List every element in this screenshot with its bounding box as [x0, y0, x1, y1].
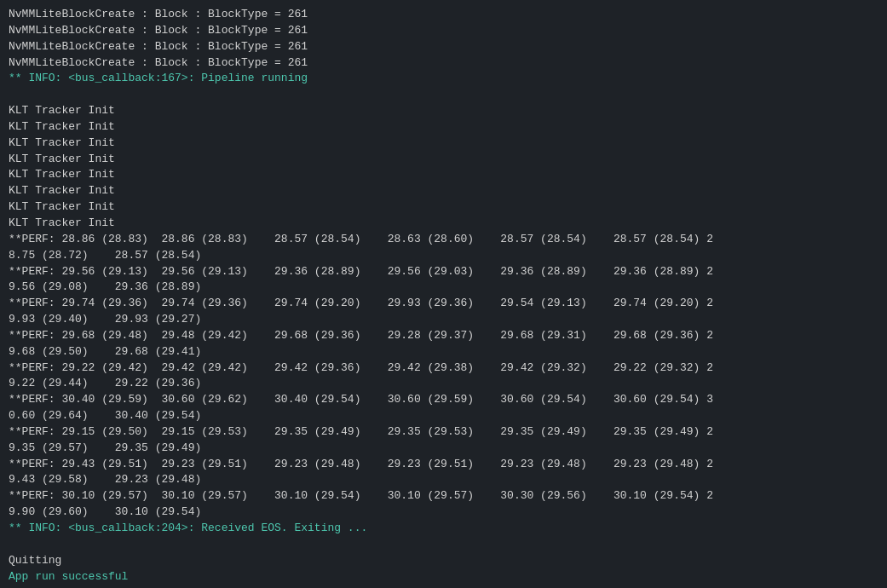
- terminal-line: KLT Tracker Init: [9, 168, 115, 181]
- terminal-line: 9.93 (29.40) 29.93 (29.27): [9, 313, 201, 326]
- terminal-line: **PERF: 30.10 (29.57) 30.10 (29.57) 30.1…: [9, 489, 713, 502]
- terminal-line: **PERF: 29.56 (29.13) 29.56 (29.13) 29.3…: [9, 265, 713, 278]
- terminal-line: **PERF: 29.22 (29.42) 29.42 (29.42) 29.4…: [9, 361, 713, 374]
- terminal-line: App run successful: [9, 570, 128, 583]
- terminal-line: 9.90 (29.60) 30.10 (29.54): [9, 505, 201, 518]
- terminal-line: 9.68 (29.50) 29.68 (29.41): [9, 345, 201, 358]
- terminal-line: **PERF: 30.40 (29.59) 30.60 (29.62) 30.4…: [9, 393, 713, 406]
- terminal-line: 9.22 (29.44) 29.22 (29.36): [9, 377, 201, 389]
- terminal-line: KLT Tracker Init: [9, 104, 115, 117]
- terminal-line: KLT Tracker Init: [9, 136, 115, 149]
- terminal-line: **PERF: 29.15 (29.50) 29.15 (29.53) 29.3…: [9, 425, 713, 438]
- terminal-line: **PERF: 28.86 (28.83) 28.86 (28.83) 28.5…: [9, 233, 713, 245]
- terminal-line: 8.75 (28.72) 28.57 (28.54): [9, 249, 201, 262]
- terminal-line: KLT Tracker Init: [9, 200, 115, 213]
- terminal-line: KLT Tracker Init: [9, 216, 115, 229]
- terminal-line: KLT Tracker Init: [9, 153, 115, 165]
- terminal-line: KLT Tracker Init: [9, 184, 115, 197]
- terminal-line: **PERF: 29.68 (29.48) 29.48 (29.42) 29.6…: [9, 329, 713, 342]
- terminal-line: 0.60 (29.64) 30.40 (29.54): [9, 409, 201, 422]
- terminal-line: **PERF: 29.74 (29.36) 29.74 (29.36) 29.7…: [9, 297, 713, 309]
- terminal-line: 9.43 (29.58) 29.23 (29.48): [9, 473, 201, 486]
- terminal-line: 9.35 (29.57) 29.35 (29.49): [9, 441, 201, 454]
- terminal-line: KLT Tracker Init: [9, 120, 115, 133]
- terminal-line: **PERF: 29.43 (29.51) 29.23 (29.51) 29.2…: [9, 458, 713, 470]
- terminal-line: NvMMLiteBlockCreate : Block : BlockType …: [9, 40, 308, 53]
- terminal-line: NvMMLiteBlockCreate : Block : BlockType …: [9, 56, 308, 69]
- terminal-line: Quitting: [9, 554, 61, 567]
- terminal-line: ** INFO: <bus_callback:204>: Received EO…: [9, 522, 367, 534]
- terminal-line: ** INFO: <bus_callback:167>: Pipeline ru…: [9, 72, 308, 84]
- terminal-line: NvMMLiteBlockCreate : Block : BlockType …: [9, 8, 308, 20]
- terminal-line: 9.56 (29.08) 29.36 (28.89): [9, 280, 201, 293]
- terminal-output: NvMMLiteBlockCreate : Block : BlockType …: [0, 0, 887, 588]
- terminal-line: NvMMLiteBlockCreate : Block : BlockType …: [9, 24, 308, 37]
